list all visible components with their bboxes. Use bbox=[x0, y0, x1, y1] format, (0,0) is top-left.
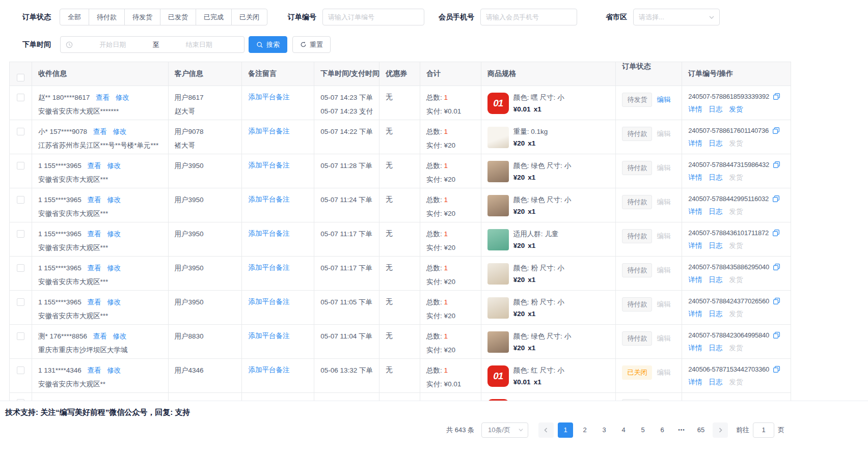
add-platform-note-link[interactable]: 添加平台备注 bbox=[248, 230, 289, 237]
ship-link[interactable]: 发货 bbox=[729, 173, 743, 182]
copy-icon[interactable] bbox=[773, 331, 780, 339]
status-tab-pending-pay[interactable]: 待付款 bbox=[89, 9, 125, 25]
date-end-placeholder[interactable]: 结束日期 bbox=[159, 40, 239, 49]
copy-icon[interactable] bbox=[773, 161, 780, 168]
log-link[interactable]: 日志 bbox=[709, 378, 722, 387]
page-button-3[interactable]: 3 bbox=[596, 422, 612, 438]
add-platform-note-link[interactable]: 添加平台备注 bbox=[248, 195, 289, 203]
detail-link[interactable]: 详情 bbox=[688, 275, 702, 285]
page-size-select[interactable]: 10条/页 bbox=[481, 422, 528, 438]
detail-link[interactable]: 详情 bbox=[688, 309, 702, 319]
row-checkbox[interactable] bbox=[17, 128, 24, 135]
view-address-link[interactable]: 查看 bbox=[88, 298, 101, 306]
modify-address-link[interactable]: 修改 bbox=[107, 230, 121, 238]
ship-link[interactable]: 发货 bbox=[729, 139, 743, 148]
detail-link[interactable]: 详情 bbox=[688, 105, 702, 114]
modify-address-link[interactable]: 修改 bbox=[107, 162, 121, 170]
add-platform-note-link[interactable]: 添加平台备注 bbox=[248, 93, 289, 101]
add-platform-note-link[interactable]: 添加平台备注 bbox=[248, 298, 289, 305]
select-all-checkbox[interactable] bbox=[17, 74, 24, 81]
add-platform-note-link[interactable]: 添加平台备注 bbox=[248, 161, 289, 169]
status-tab-all[interactable]: 全部 bbox=[60, 9, 89, 25]
ship-link[interactable]: 发货 bbox=[729, 344, 743, 353]
row-checkbox[interactable] bbox=[17, 230, 24, 238]
edit-status-link[interactable]: 编辑 bbox=[657, 368, 670, 377]
add-platform-note-link[interactable]: 添加平台备注 bbox=[248, 264, 289, 271]
region-select[interactable]: 请选择... bbox=[633, 9, 720, 25]
status-tab-closed[interactable]: 已关闭 bbox=[231, 9, 267, 25]
row-checkbox[interactable] bbox=[17, 366, 24, 374]
modify-address-link[interactable]: 修改 bbox=[116, 94, 129, 101]
ship-link[interactable]: 发货 bbox=[729, 207, 743, 216]
view-address-link[interactable]: 查看 bbox=[88, 196, 101, 204]
edit-status-link[interactable]: 编辑 bbox=[657, 266, 670, 275]
view-address-link[interactable]: 查看 bbox=[96, 94, 110, 101]
row-checkbox[interactable] bbox=[17, 162, 24, 170]
edit-status-link[interactable]: 编辑 bbox=[657, 197, 670, 207]
row-checkbox[interactable] bbox=[17, 264, 24, 272]
modify-address-link[interactable]: 修改 bbox=[107, 196, 121, 204]
status-tab-completed[interactable]: 已完成 bbox=[196, 9, 232, 25]
page-button-2[interactable]: 2 bbox=[577, 422, 592, 438]
view-address-link[interactable]: 查看 bbox=[88, 366, 101, 374]
status-tab-pending-ship[interactable]: 待发货 bbox=[124, 9, 160, 25]
modify-address-link[interactable]: 修改 bbox=[113, 128, 127, 135]
detail-link[interactable]: 详情 bbox=[688, 241, 702, 250]
view-address-link[interactable]: 查看 bbox=[88, 230, 101, 238]
ship-link[interactable]: 发货 bbox=[729, 378, 743, 387]
log-link[interactable]: 日志 bbox=[709, 105, 722, 114]
edit-status-link[interactable]: 编辑 bbox=[657, 334, 670, 343]
row-checkbox[interactable] bbox=[17, 196, 24, 204]
page-button-4[interactable]: 4 bbox=[616, 422, 631, 438]
view-address-link[interactable]: 查看 bbox=[93, 332, 107, 340]
copy-icon[interactable] bbox=[773, 93, 780, 100]
copy-icon[interactable] bbox=[772, 127, 780, 134]
copy-icon[interactable] bbox=[772, 195, 780, 203]
log-link[interactable]: 日志 bbox=[709, 139, 722, 148]
view-address-link[interactable]: 查看 bbox=[88, 264, 101, 272]
add-platform-note-link[interactable]: 添加平台备注 bbox=[248, 332, 289, 340]
edit-status-link[interactable]: 编辑 bbox=[657, 163, 670, 173]
log-link[interactable]: 日志 bbox=[709, 344, 722, 353]
page-button-1[interactable]: 1 bbox=[558, 422, 573, 438]
log-link[interactable]: 日志 bbox=[709, 275, 722, 285]
modify-address-link[interactable]: 修改 bbox=[107, 298, 121, 306]
reset-button[interactable]: 重置 bbox=[292, 36, 331, 53]
modify-address-link[interactable]: 修改 bbox=[107, 264, 121, 272]
edit-status-link[interactable]: 编辑 bbox=[657, 95, 670, 104]
jump-to-page-input[interactable] bbox=[753, 422, 774, 438]
edit-status-link[interactable]: 编辑 bbox=[657, 300, 670, 309]
ship-link[interactable]: 发货 bbox=[729, 309, 743, 319]
detail-link[interactable]: 详情 bbox=[688, 139, 702, 148]
copy-icon[interactable] bbox=[773, 263, 780, 271]
row-checkbox[interactable] bbox=[17, 332, 24, 340]
ship-link[interactable]: 发货 bbox=[729, 105, 743, 114]
detail-link[interactable]: 详情 bbox=[688, 344, 702, 353]
view-address-link[interactable]: 查看 bbox=[88, 162, 101, 170]
detail-link[interactable]: 详情 bbox=[688, 207, 702, 216]
log-link[interactable]: 日志 bbox=[709, 173, 722, 182]
page-button-65[interactable]: 65 bbox=[693, 422, 709, 438]
detail-link[interactable]: 详情 bbox=[688, 173, 702, 182]
modify-address-link[interactable]: 修改 bbox=[113, 332, 127, 340]
prev-page-button[interactable] bbox=[538, 422, 554, 438]
edit-status-link[interactable]: 编辑 bbox=[657, 232, 670, 241]
add-platform-note-link[interactable]: 添加平台备注 bbox=[248, 366, 289, 374]
detail-link[interactable]: 详情 bbox=[688, 378, 702, 387]
ship-link[interactable]: 发货 bbox=[729, 275, 743, 285]
copy-icon[interactable] bbox=[773, 297, 780, 305]
page-ellipsis[interactable]: ••• bbox=[674, 422, 689, 438]
view-address-link[interactable]: 查看 bbox=[93, 128, 107, 135]
status-tab-shipped[interactable]: 已发货 bbox=[160, 9, 196, 25]
member-phone-input[interactable] bbox=[480, 9, 577, 25]
date-start-placeholder[interactable]: 开始日期 bbox=[73, 40, 153, 49]
add-platform-note-link[interactable]: 添加平台备注 bbox=[248, 127, 289, 135]
next-page-button[interactable] bbox=[713, 422, 728, 438]
ship-link[interactable]: 发货 bbox=[729, 241, 743, 250]
order-no-input[interactable] bbox=[322, 9, 424, 25]
page-button-5[interactable]: 5 bbox=[635, 422, 650, 438]
edit-status-link[interactable]: 编辑 bbox=[657, 129, 670, 138]
modify-address-link[interactable]: 修改 bbox=[107, 366, 121, 374]
log-link[interactable]: 日志 bbox=[709, 207, 722, 216]
search-button[interactable]: 搜索 bbox=[249, 36, 287, 53]
